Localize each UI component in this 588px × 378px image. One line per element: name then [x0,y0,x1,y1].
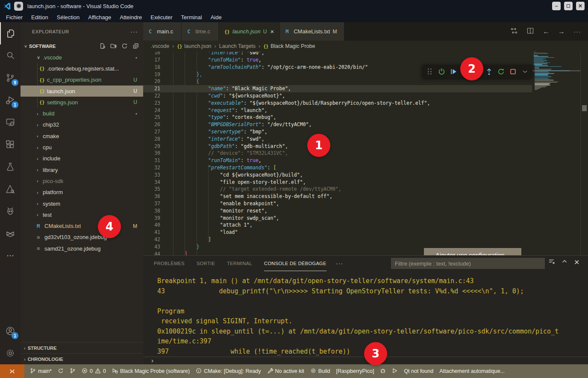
maximize-panel-icon[interactable] [561,258,568,266]
tree-item-cmake[interactable]: ›cmake [21,130,143,142]
debug-filter-input[interactable]: Filtre (exemple : text, !exclude) [391,258,545,269]
tree-item-system[interactable]: ›system [21,198,143,209]
minimap[interactable] [532,52,580,255]
section-structure[interactable]: ›STRUCTURE [21,342,143,353]
status-qt-status[interactable]: Qt not found [401,368,436,374]
continue-button[interactable] [449,66,459,77]
go-back-icon[interactable]: ← [543,28,550,35]
menu-terminal[interactable]: Terminal [177,13,206,22]
status-git-branch[interactable]: main* [27,368,55,375]
restart-button[interactable] [496,66,506,77]
menu-fichier[interactable]: Fichier [2,13,27,22]
status-build-variant[interactable]: [RaspberryPico] [333,368,377,374]
menu-executer[interactable]: Exécuter [146,13,176,22]
tree-item-include[interactable]: ›include [21,153,143,164]
tree-item-launch-json[interactable]: {}launch.jsonU [21,86,143,97]
collapse-all-icon[interactable] [132,43,139,50]
editor-more-icon[interactable]: ··· [573,28,581,35]
activity-remote-explorer[interactable] [0,111,21,133]
tree-item-library[interactable]: ›library [21,164,143,175]
activity-more[interactable] [0,245,21,267]
tree-item-gd32vf103-ozone-jdebug[interactable]: ≡gd32vf103_ozone.jdebug [21,232,143,243]
scrollbar-thumb[interactable] [582,105,587,111]
close-panel-icon[interactable]: ✕ [574,258,579,266]
tree-item-c-cpp-properties-json[interactable]: {}c_cpp_properties.jsonU [21,74,143,86]
status-git-graph[interactable] [67,368,79,375]
activity-search[interactable] [0,44,21,67]
tree-item-cpu[interactable]: ›cpu [21,142,143,153]
refresh-icon[interactable] [121,43,128,50]
status-cmake-status[interactable]: CMake: [Debug]: Ready [193,368,264,375]
menu-aide[interactable]: Aide [206,13,226,22]
menu-affichage[interactable]: Affichage [84,13,115,22]
breadcrumb-item[interactable]: .vscode [151,43,169,49]
menu-edition[interactable]: Edition [27,13,53,22]
status-sync[interactable] [55,368,67,375]
activity-settings[interactable] [0,342,21,364]
menu-atteindre[interactable]: Atteindre [115,13,146,22]
maximize-button[interactable] [564,2,573,10]
remote-indicator[interactable] [0,364,24,378]
tree-item-samd21-ozone-jdebug[interactable]: ≡samd21_ozone.jdebug [21,243,143,254]
open-changes-icon[interactable] [510,27,518,36]
activity-source-control[interactable]: 9 [0,67,21,89]
status-debug-target[interactable]: Black Magic Probe (software) [109,368,193,375]
close-button[interactable]: ✕ [576,2,585,10]
tree-item-cmakelists-txt[interactable]: MCMakeLists.txtM [21,220,143,231]
step-out-button[interactable] [484,66,494,77]
breadcrumb-item[interactable]: launch.json [184,43,211,49]
status-build[interactable]: Build [307,368,333,375]
debug-console-output[interactable]: Breakpoint 1, main () at /mnt/data/git/o… [143,271,574,357]
status-debug-bug[interactable] [377,368,389,375]
activity-vs-extension[interactable] [0,222,21,245]
tree-item-build[interactable]: ›build● [21,108,143,119]
close-tab-icon[interactable]: × [270,28,274,35]
panel-tab-sortie[interactable]: SORTIE [197,256,215,271]
minimize-button[interactable]: – [552,2,561,10]
tree-item--cortex-debug-registers-stat-[interactable]: {}.cortex-debug.registers.stat... [21,63,143,74]
sidebar-more-icon[interactable]: ··· [130,28,138,35]
activity-testing[interactable] [0,156,21,178]
breadcrumb[interactable]: .vscode›{}launch.json›Launch Targets›{}B… [143,41,588,52]
breadcrumb-item[interactable]: Black Magic Probe [270,43,315,49]
menu-selection[interactable]: Sélection [53,13,84,22]
drag-handle-button[interactable] [425,66,435,77]
tab-time-c[interactable]: Ctime.c [182,22,219,41]
panel-tab-terminal[interactable]: TERMINAL [227,256,252,271]
clear-console-icon[interactable] [548,258,555,266]
tree-item-chip32[interactable]: ›chip32 [21,119,143,130]
activity-run-and-debug[interactable]: 1 [0,89,21,111]
tree-item--vscode[interactable]: ∨.vscode● [21,52,143,63]
tab-main-c[interactable]: Cmain.c [143,22,182,41]
tab-cmakelists-txt[interactable]: MCMakeLists.txt M [280,22,344,41]
stop-button[interactable] [508,66,518,77]
panel-more-icon[interactable]: ··· [336,260,343,267]
breadcrumb-item[interactable]: Launch Targets [219,43,256,49]
panel-tab-console-de-debogage[interactable]: CONSOLE DE DÉBOGAGE [264,256,326,271]
power-button[interactable] [437,66,447,77]
activity-extensions[interactable] [0,133,21,156]
activity-account[interactable]: 1 [0,320,21,342]
tab-launch-json[interactable]: {}launch.json U × [219,22,280,41]
status-auto-attach[interactable]: Attachement automatique... [436,368,508,374]
status-problems[interactable]: 00 [79,368,109,375]
status-active-kit[interactable]: No active kit [264,368,307,375]
add-configuration-button[interactable]: Ajouter une configuration... [424,248,521,255]
activity-cmake[interactable] [0,178,21,200]
toolbar-more-button[interactable] [520,66,530,77]
activity-explorer[interactable] [0,22,21,44]
section-chronologie[interactable]: ›CHRONOLOGIE [21,353,143,364]
tree-item-settings-json[interactable]: {}settings.jsonU [21,97,143,108]
go-forward-icon[interactable]: → [558,28,565,35]
tree-item-test[interactable]: ›test [21,209,143,220]
new-folder-icon[interactable] [110,43,117,50]
panel-tab-problemes[interactable]: PROBLÈMES [154,256,185,271]
new-file-icon[interactable] [99,43,106,50]
status-launch[interactable] [389,368,401,375]
split-editor-icon[interactable] [526,27,534,36]
activity-cortex-debug[interactable] [0,200,21,222]
code-editor[interactable]: 16 "interface": "swd", 17 "runToMain": t… [143,52,588,255]
tree-item-platform[interactable]: ›platform [21,187,143,198]
workspace-section[interactable]: ∨ SOFTWARE [21,41,143,52]
tree-item-pico-sdk[interactable]: ›pico-sdk [21,175,143,186]
